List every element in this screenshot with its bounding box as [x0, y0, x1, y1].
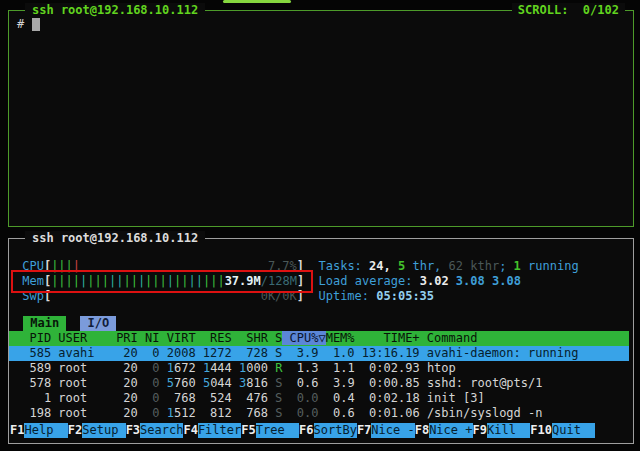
pane-shell[interactable]: ssh root@192.168.10.112 SCROLL: 0/102 # — [8, 10, 634, 227]
fkey-search[interactable]: F3Search — [126, 423, 184, 438]
process-row[interactable]: 585 avahi 20 0 2008 1272 728 S 3.9 1.0 1… — [9, 346, 629, 361]
fkey-nice-[interactable]: F8Nice + — [415, 423, 473, 438]
fkey-help[interactable]: F1Help — [10, 423, 68, 438]
shell-prompt-line[interactable]: # — [17, 17, 633, 32]
fkey-setup[interactable]: F2Setup — [68, 423, 126, 438]
fkey-quit[interactable]: F10Quit — [530, 423, 595, 438]
swap-meter: Swp[ 0K/0K] Uptime: 05:05:35 — [15, 289, 633, 304]
text-cursor — [32, 18, 40, 31]
pane-htop[interactable]: ssh root@192.168.10.112 CPU[|||| 7.7%] T… — [8, 238, 634, 444]
top-green-artifact-line — [223, 0, 291, 3]
function-key-bar: F1Help F2Setup F3SearchF4FilterF5Tree F6… — [10, 423, 632, 438]
htop-tab-main[interactable]: Main — [23, 316, 66, 331]
fkey-nice-[interactable]: F7Nice - — [357, 423, 415, 438]
process-table-header[interactable]: PID USER PRI NI VIRT RES SHR S CPU%▽MEM%… — [9, 331, 629, 346]
process-row[interactable]: 578 root 20 0 5760 5044 3816 S 0.6 3.9 0… — [9, 376, 629, 391]
mem-meter: Mem[||||||||||||||||||||||||37.9M/128M] … — [15, 274, 633, 289]
shell-prompt: # — [17, 17, 31, 31]
fkey-filter[interactable]: F4Filter — [183, 423, 241, 438]
htop-tab-io[interactable]: I/O — [80, 316, 116, 331]
fkey-sortby[interactable]: F6SortBy — [299, 423, 357, 438]
pane-shell-title: ssh root@192.168.10.112 — [25, 3, 205, 17]
process-row[interactable]: 589 root 20 0 1672 1444 1000 R 1.3 1.1 0… — [9, 361, 629, 376]
process-row[interactable]: 198 root 20 0 1512 812 768 S 0.0 0.6 0:0… — [9, 406, 629, 421]
process-row[interactable]: 1 root 20 0 768 524 476 S 0.0 0.4 0:02.1… — [9, 391, 629, 406]
fkey-tree[interactable]: F5Tree — [241, 423, 299, 438]
htop-tab-bar: Main I/O — [23, 316, 633, 331]
fkey-kill[interactable]: F9Kill — [473, 423, 531, 438]
process-table: 585 avahi 20 0 2008 1272 728 S 3.9 1.0 1… — [15, 346, 633, 421]
scroll-indicator: SCROLL: 0/102 — [512, 3, 625, 17]
terminal-screen: ssh root@192.168.10.112 SCROLL: 0/102 # … — [0, 0, 640, 451]
cpu-meter: CPU[|||| 7.7%] Tasks: 24, 5 thr, 62 kthr… — [15, 259, 633, 274]
